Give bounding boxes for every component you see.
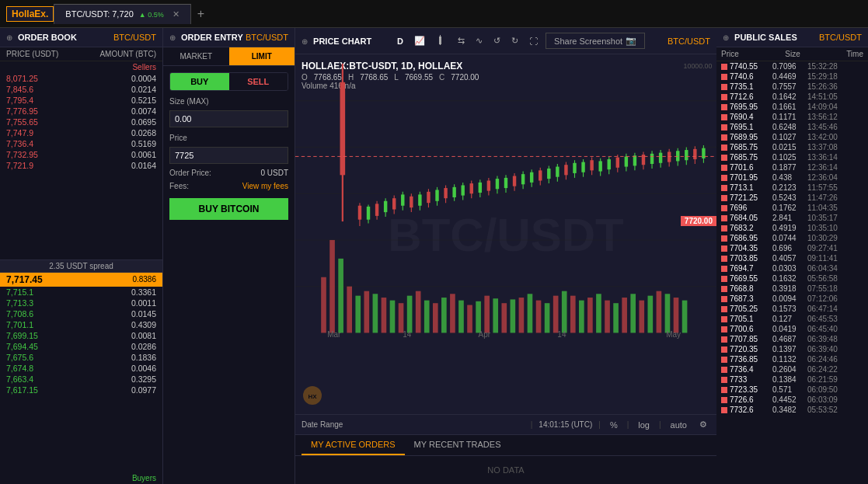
public-sale-row: 7695.10.624813:45:46 xyxy=(716,122,868,132)
svg-rect-38 xyxy=(579,301,584,333)
svg-rect-28 xyxy=(493,298,498,333)
buy-tab[interactable]: BUY xyxy=(170,73,229,90)
public-sale-row: 7687.30.009407:12:06 xyxy=(716,294,868,304)
public-sale-row: 7723.350.57106:09:50 xyxy=(716,385,868,395)
seller-row: 7,776.950.0074 xyxy=(0,106,162,117)
public-sale-row: 7705.250.157306:47:14 xyxy=(716,304,868,314)
svg-rect-94 xyxy=(530,172,533,183)
tab-market[interactable]: MARKET xyxy=(163,47,229,65)
tab-label: BTC/USDT: 7,720 xyxy=(65,9,133,19)
public-sale-row: 7684.052.84110:35:17 xyxy=(716,213,868,223)
share-screenshot-button[interactable]: Share Screenshot 📷 xyxy=(546,33,645,49)
svg-rect-33 xyxy=(536,301,542,333)
svg-rect-1 xyxy=(440,35,441,37)
svg-rect-82 xyxy=(479,183,482,193)
auto-btn[interactable]: auto xyxy=(668,419,690,431)
seller-row: 7,845.60.0214 xyxy=(0,84,162,95)
chart-title-wrap: ⊕ PRICE CHART xyxy=(302,37,371,46)
date-range-label: Date Range xyxy=(302,420,525,429)
svg-rect-20 xyxy=(424,301,430,333)
svg-rect-36 xyxy=(562,291,567,333)
chart-time: 14:01:15 (UTC) xyxy=(539,420,592,429)
chart-undo-icon[interactable]: ↺ xyxy=(490,34,504,47)
svg-rect-49 xyxy=(674,298,679,333)
chart-type-line-icon[interactable]: 📈 xyxy=(411,34,428,47)
public-sale-row: 7703.850.405709:11:41 xyxy=(716,253,868,263)
log-btn[interactable]: log xyxy=(635,419,653,431)
current-amount: 0.8386 xyxy=(132,275,156,284)
svg-text:Mar: Mar xyxy=(327,330,341,339)
public-sale-row: 7695.950.166114:09:04 xyxy=(716,102,868,112)
interval-day-btn[interactable]: D xyxy=(394,35,406,47)
top-bar: HollaEx. BTC/USDT: 7,720 ▲ 0.5% ✕ + xyxy=(0,0,868,28)
public-sale-row: 7736.850.113206:24:46 xyxy=(716,354,868,364)
public-sale-row: 7740.60.446915:29:18 xyxy=(716,71,868,82)
settings-icon[interactable]: ⚙ xyxy=(696,418,710,431)
svg-rect-50 xyxy=(682,301,688,333)
chart-type-candle-icon[interactable] xyxy=(433,33,450,49)
svg-rect-29 xyxy=(501,303,507,333)
fees-row: Fees: View my fees xyxy=(169,182,288,190)
chart-indicator-icon[interactable]: ∿ xyxy=(472,34,486,47)
public-sale-row: 7732.60.348205:53:52 xyxy=(716,405,868,415)
order-book-title: ⊕ ORDER BOOK xyxy=(6,33,77,42)
svg-rect-62 xyxy=(392,198,396,209)
svg-rect-24 xyxy=(458,301,464,333)
seller-row: 8,071.250.0004 xyxy=(0,73,162,84)
public-sale-row: 7683.20.491910:35:10 xyxy=(716,223,868,233)
price-input[interactable] xyxy=(169,147,288,164)
buyer-row: 7,674.80.0046 xyxy=(0,363,162,374)
svg-rect-48 xyxy=(665,294,671,333)
tab-active-orders[interactable]: MY ACTIVE ORDERS xyxy=(302,435,405,455)
svg-rect-16 xyxy=(390,301,396,333)
svg-text:14: 14 xyxy=(403,330,411,339)
svg-rect-13 xyxy=(364,291,369,333)
order-entry-title-wrap: ⊕ ORDER ENTRY xyxy=(169,33,243,42)
svg-rect-58 xyxy=(375,204,378,216)
sell-tab[interactable]: SELL xyxy=(229,73,288,90)
svg-rect-31 xyxy=(519,298,525,333)
public-sale-row: 7690.40.117113:56:12 xyxy=(716,112,868,122)
tab-recent-trades[interactable]: MY RECENT TRADES xyxy=(405,435,511,455)
svg-rect-40 xyxy=(596,294,601,333)
size-input[interactable] xyxy=(169,110,288,127)
public-sale-row: 7668.80.391807:55:18 xyxy=(716,284,868,294)
view-fees-link[interactable]: View my fees xyxy=(242,182,288,190)
public-sale-row: 7705.10.12706:45:53 xyxy=(716,314,868,324)
chart-column: ⊕ PRICE CHART D 📈 ⇆ ∿ ↺ ↻ ⛶ Share Screen… xyxy=(295,28,716,484)
buyer-row: 7,713.30.0011 xyxy=(0,298,162,308)
order-price-value: 0 USDT xyxy=(260,169,288,177)
public-sale-row: 7740.550.709615:32:28 xyxy=(716,61,868,71)
svg-rect-80 xyxy=(470,183,473,193)
current-price: 7,717.45 xyxy=(6,274,43,285)
buy-bitcoin-button[interactable]: BUY BITCOIN xyxy=(169,198,288,220)
no-data-message: NO DATA xyxy=(295,456,716,484)
svg-rect-11 xyxy=(347,287,352,333)
percent-btn[interactable]: % xyxy=(607,419,621,431)
add-tab-icon[interactable]: + xyxy=(197,7,204,21)
svg-rect-23 xyxy=(450,294,455,333)
fees-label: Fees: xyxy=(169,182,189,190)
active-tab[interactable]: BTC/USDT: 7,720 ▲ 0.5% ✕ xyxy=(54,4,190,24)
chart-area: BTC/USDT HOLLAEX:BTC-USDT, 1D, HOLLAEX O… xyxy=(295,54,716,414)
chart-svg: Mar 14 Apr 14 May 10000.00 xyxy=(295,54,716,342)
close-tab-icon[interactable]: ✕ xyxy=(173,9,180,19)
order-type-tabs: MARKET LIMIT xyxy=(163,47,295,66)
chart-compare-icon[interactable]: ⇆ xyxy=(455,34,468,47)
buyer-row: 7,675.60.1836 xyxy=(0,352,162,363)
chart-redo-icon[interactable]: ↻ xyxy=(508,34,521,47)
svg-rect-14 xyxy=(373,294,378,333)
public-sales-header: ⊕ PUBLIC SALES BTC/USDT xyxy=(716,28,868,47)
chart-fullscreen-icon[interactable]: ⛶ xyxy=(526,35,541,47)
svg-rect-12 xyxy=(355,296,361,333)
bottom-panel: MY ACTIVE ORDERS MY RECENT TRADES NO DAT… xyxy=(295,434,716,484)
buyer-row: 7,694.450.0286 xyxy=(0,341,162,352)
public-sale-row: 7694.70.030306:04:34 xyxy=(716,263,868,273)
order-entry-panel: ⊕ ORDER ENTRY BTC/USDT MARKET LIMIT BUY … xyxy=(163,28,295,484)
svg-rect-25 xyxy=(467,305,472,333)
tab-limit[interactable]: LIMIT xyxy=(229,47,295,65)
svg-rect-39 xyxy=(587,298,593,333)
public-sale-row: 7689.950.102713:42:00 xyxy=(716,132,868,142)
price-chart-panel: ⊕ PRICE CHART D 📈 ⇆ ∿ ↺ ↻ ⛶ Share Screen… xyxy=(295,28,716,434)
public-sale-row: 7735.10.755715:26:36 xyxy=(716,82,868,92)
